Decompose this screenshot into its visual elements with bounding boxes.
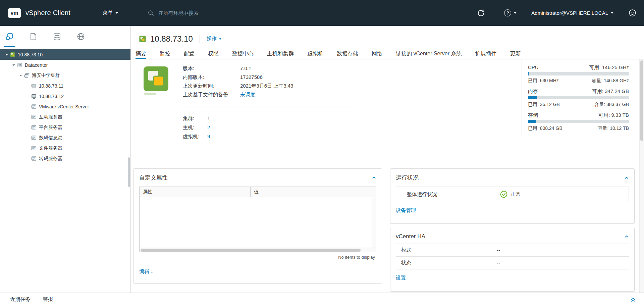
tab-monitor[interactable]: 监控	[160, 48, 170, 59]
resource-meters: CPU 可用: 146.25 GHz 已用: 630 MHz 容量: 146.8…	[522, 59, 636, 136]
ha-status-row: 状态 --	[396, 257, 629, 269]
expand-tasks-pane-button[interactable]	[630, 297, 636, 302]
recent-tasks-button[interactable]: 近期任务	[10, 296, 30, 303]
meter-used: 已用: 630 MHz	[528, 78, 559, 84]
tab-linked-vcenter[interactable]: 链接的 vCenter Server 系统	[396, 48, 462, 59]
tree-item-host[interactable]: 10.88.73.11	[0, 81, 130, 91]
vm-icon	[31, 135, 37, 141]
tree-item-vm[interactable]: 互动服务器	[0, 112, 130, 122]
field-row: 上次更新时间: 2021年3月6日 上午3:43	[183, 82, 293, 90]
refresh-button[interactable]	[477, 9, 485, 17]
tab-datacenters[interactable]: 数据中心	[232, 48, 254, 59]
tab-updates[interactable]: 更新	[510, 48, 521, 59]
actions-label: 操作	[207, 36, 217, 42]
inventory-label: 虚拟机:	[183, 132, 207, 141]
inventory-counts: 集群: 1 主机: 2 虚拟机: 9	[183, 114, 210, 141]
object-header: 10.88.73.10 操作	[131, 26, 644, 48]
tree-item-datacenter[interactable]: Datacenter	[0, 60, 130, 70]
field-value: 17327586	[240, 73, 263, 82]
cpu-usage-fill	[528, 72, 529, 75]
tab-vms[interactable]: 虚拟机	[307, 48, 323, 59]
tab-datastores[interactable]: 数据存储	[337, 48, 358, 59]
vcenter-logo	[142, 66, 171, 95]
appliance-management-link[interactable]: 设备管理	[396, 207, 416, 214]
tab-permissions[interactable]: 权限	[208, 48, 219, 59]
health-good-icon	[500, 191, 507, 198]
inventory-label: 主机:	[183, 123, 207, 132]
tab-hosts-and-clusters[interactable]	[5, 32, 14, 41]
vm-icon	[31, 156, 37, 161]
tab-configure[interactable]: 配置	[184, 48, 195, 59]
vertical-scrollbar-track[interactable]	[372, 197, 376, 248]
user-menu-button[interactable]: Administrator@VSPHERE.LOCAL	[531, 10, 613, 16]
sidebar-scrollbar-thumb[interactable]	[128, 157, 130, 187]
vm-icon	[31, 146, 37, 151]
health-status-text: 正常	[511, 191, 521, 198]
meter-free: 可用: 347.24 GB	[592, 88, 629, 94]
datacenter-icon	[17, 62, 22, 68]
tab-extensions[interactable]: 扩展插件	[475, 48, 496, 59]
field-label: 内部版本:	[183, 73, 240, 82]
tree-item-label: 数码信息港	[39, 135, 62, 141]
tab-networking[interactable]	[76, 32, 85, 41]
menu-button[interactable]: 菜单	[103, 10, 118, 16]
tab-vms-and-templates[interactable]	[29, 32, 38, 41]
tree-item-vm[interactable]: 平台服务器	[0, 122, 130, 133]
chevron-expanded-icon[interactable]	[18, 73, 23, 78]
clusters-count-link[interactable]: 1	[207, 114, 210, 123]
actions-menu-button[interactable]: 操作	[207, 36, 222, 42]
divider	[183, 106, 355, 106]
vms-and-templates-icon	[29, 32, 38, 41]
cpu-meter: CPU 可用: 146.25 GHz 已用: 630 MHz 容量: 146.8…	[528, 64, 629, 84]
ha-settings-link[interactable]: 设置	[396, 275, 406, 281]
vmware-logo: vm	[8, 8, 21, 18]
tab-summary[interactable]: 摘要	[136, 48, 146, 59]
horizontal-scrollbar-thumb[interactable]	[141, 249, 361, 252]
inventory-row: 虚拟机: 9	[183, 132, 210, 141]
content-scrollbar-thumb[interactable]	[640, 60, 643, 141]
tree-item-vm[interactable]: 转码服务器	[0, 153, 130, 164]
edit-attributes-link[interactable]: 编辑...	[139, 268, 154, 275]
feedback-button[interactable]	[628, 9, 637, 17]
alarms-button[interactable]: 警报	[43, 296, 53, 303]
content-scrollbar-track[interactable]	[639, 59, 644, 293]
backup-not-scheduled-link[interactable]: 未调度	[240, 90, 255, 99]
collapse-button[interactable]	[372, 175, 376, 180]
divider	[200, 35, 200, 43]
panel-title: vCenter HA	[396, 233, 425, 240]
field-row: 内部版本: 17327586	[183, 73, 293, 82]
memory-usage-fill	[528, 96, 537, 99]
tab-storage[interactable]	[53, 32, 61, 41]
tree-item-label: 10.88.73.10	[18, 52, 43, 57]
tab-hosts-clusters[interactable]: 主机和集群	[267, 48, 294, 59]
tree-item-label: 文件服务器	[39, 145, 62, 151]
chevron-up-icon	[624, 175, 629, 180]
tab-networks[interactable]: 网络	[372, 48, 382, 59]
vms-count-link[interactable]: 9	[207, 132, 210, 141]
tree-item-vm[interactable]: VMware vCenter Server	[0, 101, 130, 112]
storage-meter: 存储 可用: 9.33 TB 已用: 808.24 GB 容量: 10.12 T…	[528, 112, 629, 131]
column-header-attribute[interactable]: 属性	[140, 187, 251, 197]
search-input[interactable]	[158, 10, 299, 16]
tree-item-vm[interactable]: 数码信息港	[0, 133, 130, 143]
global-search[interactable]	[148, 10, 299, 16]
tree-item-cluster[interactable]: 海安中学集群	[0, 70, 130, 81]
tree-item-vcenter[interactable]: 10.88.73.10	[0, 49, 130, 60]
double-chevron-up-icon	[630, 297, 636, 302]
horizontal-scrollbar-track[interactable]	[140, 248, 376, 252]
networking-icon	[76, 32, 85, 41]
tree-item-vm[interactable]: 文件服务器	[0, 143, 130, 153]
column-header-value[interactable]: 值	[251, 187, 262, 197]
help-menu-button[interactable]: ?	[504, 9, 517, 16]
meter-free: 可用: 146.25 GHz	[589, 64, 629, 70]
inventory-view-tabs	[0, 26, 130, 47]
chevron-up-icon	[372, 175, 376, 180]
health-row-label: 整体运行状况	[407, 191, 500, 198]
chevron-expanded-icon[interactable]	[4, 52, 9, 57]
tree-item-host[interactable]: 10.88.73.12	[0, 91, 130, 101]
hosts-count-link[interactable]: 2	[207, 123, 210, 132]
chevron-expanded-icon[interactable]	[11, 62, 16, 68]
collapse-button[interactable]	[624, 234, 629, 239]
storage-usage-fill	[528, 120, 536, 123]
collapse-button[interactable]	[624, 175, 629, 180]
